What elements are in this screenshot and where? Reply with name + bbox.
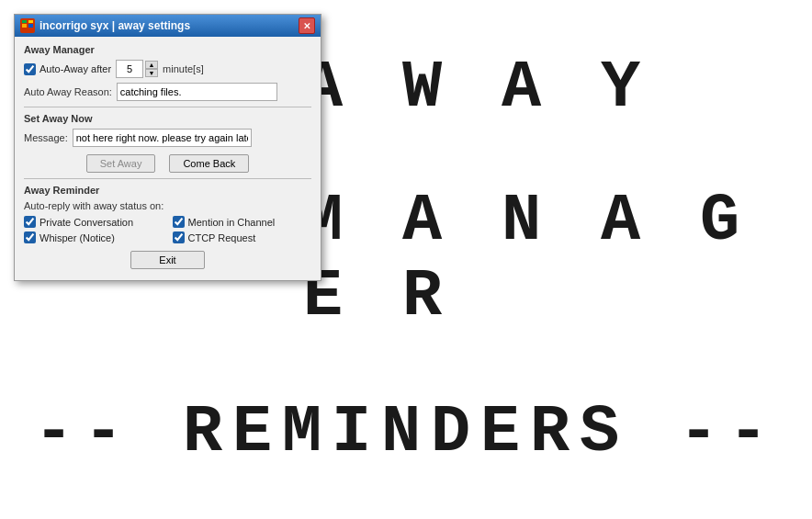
- minute-spinner: ▲ ▼: [116, 60, 158, 78]
- reminder-checkbox-label-1[interactable]: Mention in Channel: [173, 216, 312, 228]
- spinner-down-btn[interactable]: ▼: [145, 69, 158, 77]
- reminder-checkbox-text-0: Private Conversation: [39, 217, 133, 228]
- reminder-checkboxes-grid: Private ConversationMention in ChannelWh…: [24, 216, 311, 243]
- auto-away-checkbox[interactable]: [24, 63, 36, 75]
- away-settings-dialog: incorrigo syx | away settings ✕ Away Man…: [14, 14, 321, 281]
- come-back-button[interactable]: Come Back: [169, 154, 249, 173]
- auto-away-reason-label: Auto Away Reason:: [24, 86, 112, 97]
- reminder-checkbox-1[interactable]: [173, 216, 185, 228]
- away-reminder-label: Away Reminder: [24, 185, 311, 196]
- svg-rect-2: [28, 24, 33, 28]
- message-label: Message:: [24, 132, 68, 143]
- reminder-checkbox-text-2: Whisper (Notice): [39, 232, 115, 243]
- dialog-body: Away Manager Auto-Away after ▲ ▼ minute[…: [15, 37, 321, 280]
- auto-away-reason-row: Auto Away Reason:: [24, 83, 311, 101]
- set-away-now-label: Set Away Now: [24, 113, 311, 124]
- title-bar: incorrigo syx | away settings ✕: [15, 15, 321, 37]
- app-icon: [20, 18, 35, 33]
- auto-away-checkbox-label[interactable]: Auto-Away after: [24, 63, 111, 75]
- dialog-title: incorrigo syx | away settings: [39, 19, 190, 32]
- reminder-checkbox-text-1: Mention in Channel: [188, 217, 276, 228]
- auto-reply-label: Auto-reply with away status on:: [24, 200, 311, 211]
- background-manager-text: M A N A G E R: [303, 184, 812, 334]
- separator-2: [24, 178, 311, 179]
- minute-unit-label: minute[s]: [163, 63, 204, 74]
- reminder-checkbox-label-0[interactable]: Private Conversation: [24, 216, 164, 228]
- auto-away-row: Auto-Away after ▲ ▼ minute[s]: [24, 60, 311, 78]
- exit-row: Exit: [24, 251, 311, 269]
- svg-rect-3: [22, 20, 27, 23]
- separator-1: [24, 107, 311, 107]
- away-buttons-row: Set Away Come Back: [24, 154, 311, 173]
- background-away-text: A W A Y: [303, 51, 650, 126]
- title-bar-left: incorrigo syx | away settings: [20, 18, 190, 33]
- background-reminders-text: -- REMINDERS --: [0, 395, 812, 470]
- message-row: Message:: [24, 129, 311, 147]
- reminder-checkbox-0[interactable]: [24, 216, 36, 228]
- away-manager-label: Away Manager: [24, 44, 311, 55]
- minute-input[interactable]: [116, 60, 143, 78]
- svg-rect-4: [28, 20, 33, 23]
- auto-away-text: Auto-Away after: [39, 63, 111, 74]
- close-button[interactable]: ✕: [299, 17, 315, 34]
- auto-away-reason-input[interactable]: [117, 83, 277, 101]
- reminder-checkbox-label-3[interactable]: CTCP Request: [173, 231, 312, 243]
- set-away-button[interactable]: Set Away: [86, 154, 156, 173]
- svg-rect-1: [22, 24, 27, 28]
- reminder-checkbox-label-2[interactable]: Whisper (Notice): [24, 231, 164, 243]
- reminder-checkbox-text-3: CTCP Request: [188, 232, 256, 243]
- reminder-checkbox-3[interactable]: [173, 231, 185, 243]
- spinner-buttons: ▲ ▼: [145, 61, 158, 77]
- message-input[interactable]: [73, 129, 252, 147]
- exit-button[interactable]: Exit: [130, 251, 204, 269]
- reminder-checkbox-2[interactable]: [24, 231, 36, 243]
- spinner-up-btn[interactable]: ▲: [145, 61, 158, 69]
